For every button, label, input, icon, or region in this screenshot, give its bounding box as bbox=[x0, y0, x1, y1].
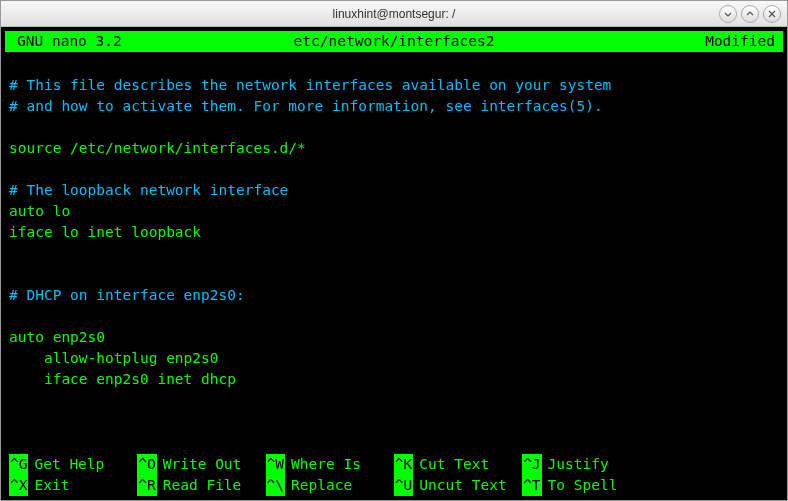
editor-status: Modified bbox=[705, 31, 781, 52]
window: linuxhint@montsegur: / GNU nano 3.2 etc/… bbox=[0, 0, 788, 501]
shortcut-where-is[interactable]: ^WWhere Is bbox=[266, 454, 394, 475]
shortcut-get-help[interactable]: ^GGet Help bbox=[9, 454, 137, 475]
key-desc: Get Help bbox=[28, 454, 104, 475]
terminal[interactable]: GNU nano 3.2 etc/network/interfaces2 Mod… bbox=[1, 27, 787, 500]
close-button[interactable] bbox=[763, 5, 781, 23]
key-combo: ^\ bbox=[266, 475, 285, 496]
key-desc: Read File bbox=[157, 475, 242, 496]
close-icon bbox=[768, 10, 776, 18]
shortcut-to-spell[interactable]: ^TTo Spell bbox=[522, 475, 650, 496]
key-combo: ^W bbox=[266, 454, 285, 475]
key-desc: Replace bbox=[285, 475, 352, 496]
key-desc: Where Is bbox=[285, 454, 361, 475]
config-line: allow-hotplug enp2s0 bbox=[9, 350, 219, 366]
key-desc: To Spell bbox=[542, 475, 618, 496]
shortcut-replace[interactable]: ^\Replace bbox=[266, 475, 394, 496]
key-combo: ^U bbox=[394, 475, 413, 496]
window-title: linuxhint@montsegur: / bbox=[333, 7, 456, 21]
editor-header: GNU nano 3.2 etc/network/interfaces2 Mod… bbox=[5, 31, 783, 52]
shortcut-row: ^XExit ^RRead File ^\Replace ^UUncut Tex… bbox=[9, 475, 779, 496]
shortcut-row: ^GGet Help ^OWrite Out ^WWhere Is ^KCut … bbox=[9, 454, 779, 475]
key-desc: Exit bbox=[28, 475, 69, 496]
key-combo: ^K bbox=[394, 454, 413, 475]
shortcut-cut-text[interactable]: ^KCut Text bbox=[394, 454, 522, 475]
window-controls bbox=[719, 5, 781, 23]
config-line: auto lo bbox=[9, 203, 70, 219]
shortcuts-bar: ^GGet Help ^OWrite Out ^WWhere Is ^KCut … bbox=[9, 454, 779, 496]
shortcut-write-out[interactable]: ^OWrite Out bbox=[137, 454, 265, 475]
config-line: iface enp2s0 inet dhcp bbox=[9, 371, 236, 387]
config-line: iface lo inet loopback bbox=[9, 224, 201, 240]
editor-content[interactable]: # This file describes the network interf… bbox=[9, 54, 779, 390]
minimize-button[interactable] bbox=[719, 5, 737, 23]
key-desc: Write Out bbox=[157, 454, 242, 475]
comment-line: # This file describes the network interf… bbox=[9, 77, 611, 93]
comment-line: # and how to activate them. For more inf… bbox=[9, 98, 603, 114]
key-combo: ^X bbox=[9, 475, 28, 496]
key-combo: ^J bbox=[522, 454, 541, 475]
config-line: source /etc/network/interfaces.d/* bbox=[9, 140, 306, 156]
editor-file: etc/network/interfaces2 bbox=[294, 31, 495, 52]
key-desc: Cut Text bbox=[413, 454, 489, 475]
maximize-button[interactable] bbox=[741, 5, 759, 23]
shortcut-exit[interactable]: ^XExit bbox=[9, 475, 137, 496]
minimize-icon bbox=[724, 10, 732, 18]
shortcut-uncut-text[interactable]: ^UUncut Text bbox=[394, 475, 522, 496]
shortcut-justify[interactable]: ^JJustify bbox=[522, 454, 650, 475]
key-combo: ^O bbox=[137, 454, 156, 475]
config-line: auto enp2s0 bbox=[9, 329, 105, 345]
titlebar: linuxhint@montsegur: / bbox=[1, 1, 787, 27]
key-combo: ^G bbox=[9, 454, 28, 475]
key-combo: ^R bbox=[137, 475, 156, 496]
comment-line: # DHCP on interface enp2s0: bbox=[9, 287, 245, 303]
shortcut-read-file[interactable]: ^RRead File bbox=[137, 475, 265, 496]
key-desc: Justify bbox=[542, 454, 609, 475]
maximize-icon bbox=[746, 10, 754, 18]
comment-line: # The loopback network interface bbox=[9, 182, 288, 198]
editor-name: GNU nano 3.2 bbox=[7, 31, 122, 52]
key-combo: ^T bbox=[522, 475, 541, 496]
key-desc: Uncut Text bbox=[413, 475, 506, 496]
